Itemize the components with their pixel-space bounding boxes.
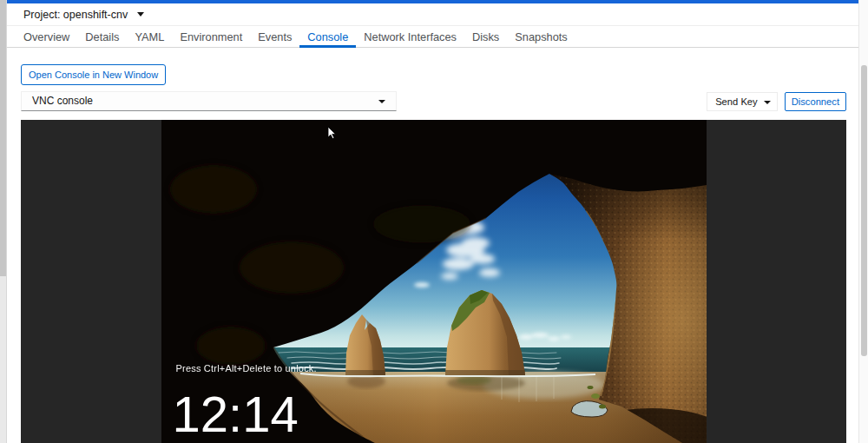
tab-network-interfaces[interactable]: Network Interfaces (356, 26, 464, 48)
chevron-down-icon (137, 12, 144, 17)
page-scrollbar[interactable] (858, 0, 868, 443)
tab-events[interactable]: Events (250, 26, 299, 48)
send-key-dropdown[interactable]: Send Key (707, 92, 778, 111)
console-type-select-value: VNC console (32, 95, 93, 107)
vnc-screen[interactable]: Press Ctrl+Alt+Delete to unlock. 12:14 (161, 120, 707, 443)
lock-screen-clock: 12:14 (173, 389, 299, 440)
disconnect-button[interactable]: Disconnect (785, 92, 846, 111)
chevron-down-icon (764, 101, 771, 104)
chevron-down-icon (378, 100, 385, 103)
vm-detail-tabs: Overview Details YAML Environment Events… (7, 26, 858, 48)
console-tab-content: Open Console in New Window VNC console S… (21, 49, 846, 443)
project-selector[interactable]: Project: openshift-cnv (7, 3, 858, 26)
tab-overview[interactable]: Overview (16, 26, 77, 48)
tab-console[interactable]: Console (299, 26, 356, 48)
open-console-new-window-button[interactable]: Open Console in New Window (21, 64, 166, 85)
window-scrollbar-left[interactable] (0, 0, 7, 443)
console-type-select[interactable]: VNC console (21, 91, 397, 111)
console-toolbar: VNC console Send Key Disconnect (21, 91, 846, 111)
tab-snapshots[interactable]: Snapshots (507, 26, 575, 48)
send-key-label: Send Key (715, 96, 758, 107)
project-selector-label: Project: openshift-cnv (23, 9, 128, 21)
vnc-console-area: Press Ctrl+Alt+Delete to unlock. 12:14 (21, 120, 846, 443)
tab-details[interactable]: Details (77, 26, 127, 48)
tab-environment[interactable]: Environment (172, 26, 250, 48)
page-scrollbar-thumb[interactable] (861, 65, 867, 356)
tab-yaml[interactable]: YAML (127, 26, 172, 48)
window-scrollbar-left-thumb[interactable] (0, 0, 6, 276)
lock-screen-message: Press Ctrl+Alt+Delete to unlock. (176, 363, 317, 374)
tab-disks[interactable]: Disks (464, 26, 507, 48)
